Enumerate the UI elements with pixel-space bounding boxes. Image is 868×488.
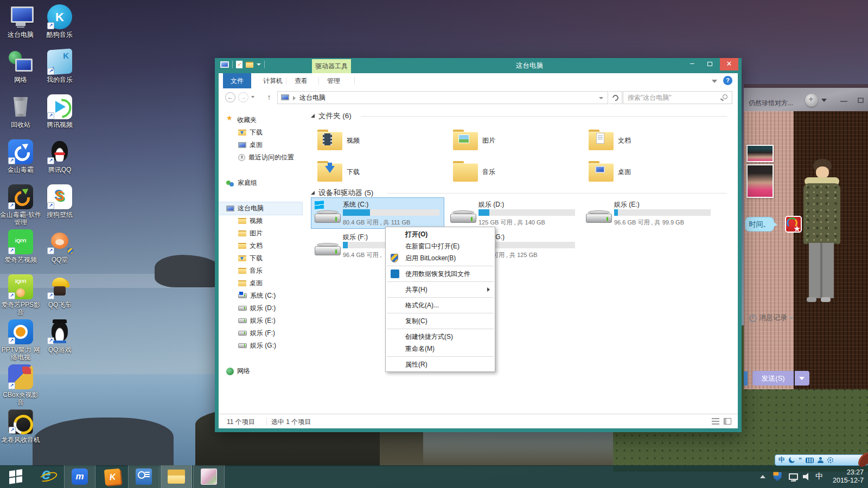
sidebar-item-fav-desktop[interactable]: 桌面 xyxy=(219,139,302,151)
folder-item-music[interactable]: 音乐 xyxy=(448,157,579,186)
message-history-button[interactable]: 消息记录 xyxy=(749,313,794,324)
folder-item-video[interactable]: 视频 xyxy=(312,126,444,155)
sidebar-item-drive-f[interactable]: 娱乐 (F:) xyxy=(219,327,302,339)
desktop-shortcut-kingsoft-duba[interactable]: ↗金山毒霸 xyxy=(0,139,41,174)
send-button[interactable]: 发送(S) xyxy=(752,371,794,386)
sidebar-item-videos[interactable]: 视频 xyxy=(219,215,302,227)
taskbar-clock[interactable]: 23:27 2015-12-7 xyxy=(827,465,866,488)
context-menu-item[interactable]: 属性(R) xyxy=(386,358,495,370)
folder-item-desk[interactable]: 桌面 xyxy=(583,157,715,186)
breadcrumb[interactable]: 这台电脑 xyxy=(299,92,326,104)
maximize-button[interactable] xyxy=(703,58,717,70)
refresh-button[interactable] xyxy=(609,91,622,104)
breadcrumb-caret-icon[interactable] xyxy=(293,96,296,100)
tab-manage[interactable]: 管理 xyxy=(320,73,348,88)
folder-item-pic[interactable]: 图片 xyxy=(448,126,579,155)
help-icon[interactable]: ? xyxy=(723,76,732,85)
tab-file[interactable]: 文件 xyxy=(223,73,251,88)
sidebar-item-favorites[interactable]: 收藏夹 xyxy=(219,114,302,126)
customize-toolbar-icon[interactable] xyxy=(257,63,261,66)
sidebar-item-homegroup[interactable]: 家庭组 xyxy=(219,177,302,189)
tab-view[interactable]: 查看 xyxy=(287,73,315,88)
properties-icon[interactable]: ✓ xyxy=(236,61,242,68)
desktop-shortcut-kugou-music[interactable]: ↗酷狗音乐 xyxy=(39,4,80,38)
desktop-shortcut-my-music[interactable]: ↗我的音乐 xyxy=(39,49,80,84)
desktop-shortcut-sogou-wallpaper[interactable]: ↗搜狗壁纸 xyxy=(39,184,80,219)
qq-chat-window[interactable]: 仍然珍惜对方... 时间。 消息记录 发送(S) xyxy=(744,84,868,389)
desktop-shortcut-tencent-qq[interactable]: ↗腾讯QQ xyxy=(39,139,80,174)
desktop-shortcut-cbox[interactable]: ↗CBox央视影音 xyxy=(0,364,41,406)
qq-minimize-button[interactable] xyxy=(840,101,847,102)
qq-skin-icon[interactable] xyxy=(805,94,818,107)
minimize-button[interactable]: – xyxy=(685,58,699,70)
desktop-shortcut-iqiyi-pps[interactable]: ↗爱奇艺PPS影音 xyxy=(0,274,41,316)
taskbar-item-kugou[interactable]: K xyxy=(97,465,128,488)
chevron-down-icon[interactable] xyxy=(821,99,827,102)
soft-keyboard-icon[interactable] xyxy=(806,458,814,463)
folders-group-header[interactable]: 文件夹 (6) xyxy=(311,111,727,121)
explorer-titlebar[interactable]: ✓ 驱动器工具 这台电脑 – ✕ xyxy=(215,58,742,73)
ime-account-icon[interactable] xyxy=(818,457,824,463)
drive-item-2[interactable]: 娱乐 (D:)125 GB 可用 , 共 140 GB xyxy=(447,198,579,228)
sidebar-item-desktop[interactable]: 桌面 xyxy=(219,277,302,290)
qq-toolbar-button[interactable] xyxy=(744,371,748,386)
fullwidth-toggle-icon[interactable] xyxy=(789,457,795,463)
context-menu-item[interactable]: 使用数据恢复找回文件 xyxy=(386,268,495,280)
volume-tray-icon[interactable] xyxy=(801,465,813,488)
drive-tools-contextual-tab[interactable]: 驱动器工具 xyxy=(312,59,351,73)
sidebar-item-drive-e[interactable]: 娱乐 (E:) xyxy=(219,314,302,327)
thumbnail-view-icon[interactable] xyxy=(724,418,731,425)
up-button[interactable]: ↑ xyxy=(264,93,274,102)
start-button[interactable] xyxy=(2,465,29,488)
taskbar-item-internet-explorer[interactable] xyxy=(31,465,63,488)
punctuation-toggle[interactable]: ” xyxy=(799,457,802,464)
sidebar-item-drive-c[interactable]: 系统 (C:) xyxy=(219,290,302,302)
context-menu-item[interactable]: 重命名(M) xyxy=(386,343,495,355)
sidebar-item-music[interactable]: 音乐 xyxy=(219,265,302,277)
folder-item-down[interactable]: 下载 xyxy=(312,157,444,186)
network-tray-icon[interactable] xyxy=(787,465,800,488)
context-menu-item[interactable]: 创建快捷方式(S) xyxy=(386,331,495,343)
context-menu-item[interactable]: 共享(H) xyxy=(386,284,495,296)
context-menu-item[interactable]: 复制(C) xyxy=(386,315,495,327)
sidebar-item-this-pc[interactable]: 这台电脑 xyxy=(219,202,302,215)
context-menu-item[interactable]: 在新窗口中打开(E) xyxy=(386,240,495,252)
desktop-shortcut-recycle-bin[interactable]: 回收站 xyxy=(0,94,41,129)
collapse-triangle-icon[interactable] xyxy=(311,114,315,118)
taskbar-item-control-panel[interactable] xyxy=(128,465,159,488)
taskbar-item-maxthon[interactable]: m xyxy=(64,465,95,488)
send-options-dropdown[interactable] xyxy=(795,371,809,386)
sidebar-item-recent-places[interactable]: 最近访问的位置 xyxy=(219,151,302,164)
context-menu-item[interactable]: 格式化(A)... xyxy=(386,299,495,311)
desktop-shortcut-iqiyi-video[interactable]: ↗爱奇艺视频 xyxy=(0,229,41,264)
forward-button[interactable]: → xyxy=(238,92,248,102)
desktop-shortcut-tornado-radio[interactable]: ↗龙卷风收音机 xyxy=(0,409,41,444)
desktop-shortcut-qq-game[interactable]: ↗QQ游戏 xyxy=(39,319,80,354)
sidebar-item-drive-g[interactable]: 娱乐 (G:) xyxy=(219,339,302,352)
sidebar-item-drive-d[interactable]: 娱乐 (D:) xyxy=(219,302,302,314)
sidebar-item-pictures[interactable]: 图片 xyxy=(219,227,302,240)
drives-group-header[interactable]: 设备和驱动器 (5) xyxy=(311,188,727,198)
sidebar-item-documents[interactable]: 文档 xyxy=(219,240,302,252)
desktop-shortcut-qq-speed[interactable]: ↗QQ飞车 xyxy=(39,274,80,309)
ribbon-collapse-icon[interactable] xyxy=(712,80,717,83)
close-button[interactable]: ✕ xyxy=(720,58,738,70)
desktop-shortcut-duba-software-manager[interactable]: ↗金山毒霸-软件管理 xyxy=(0,184,41,226)
address-bar[interactable]: 这台电脑 xyxy=(277,91,608,104)
recent-locations-dropdown-icon[interactable] xyxy=(251,96,254,98)
action-center-icon[interactable] xyxy=(771,465,783,488)
desktop-shortcut-pptv[interactable]: ↗PPTV聚力 网络电视 xyxy=(0,319,41,361)
language-indicator[interactable]: 中 xyxy=(813,465,826,488)
sidebar-item-network[interactable]: 网络 xyxy=(219,365,302,377)
ime-lang-toggle[interactable]: 中 xyxy=(778,455,785,465)
ime-toolbar[interactable]: 中 ” xyxy=(775,454,868,466)
drive-item-3[interactable]: 娱乐 (E:)96.6 GB 可用 , 共 99.9 GB xyxy=(583,198,715,228)
taskbar-item-file-explorer[interactable] xyxy=(161,465,192,488)
sidebar-item-fav-downloads[interactable]: 下载 xyxy=(219,126,302,139)
search-input[interactable]: 搜索"这台电脑" xyxy=(623,91,732,104)
folder-item-doc[interactable]: 文档 xyxy=(583,126,715,155)
desktop-shortcut-network[interactable]: 网络 xyxy=(0,49,41,84)
sidebar-item-downloads[interactable]: 下载 xyxy=(219,252,302,265)
desktop-shortcut-qq-tang[interactable]: ↗QQ堂 xyxy=(39,229,80,264)
collapse-triangle-icon[interactable] xyxy=(311,191,315,195)
